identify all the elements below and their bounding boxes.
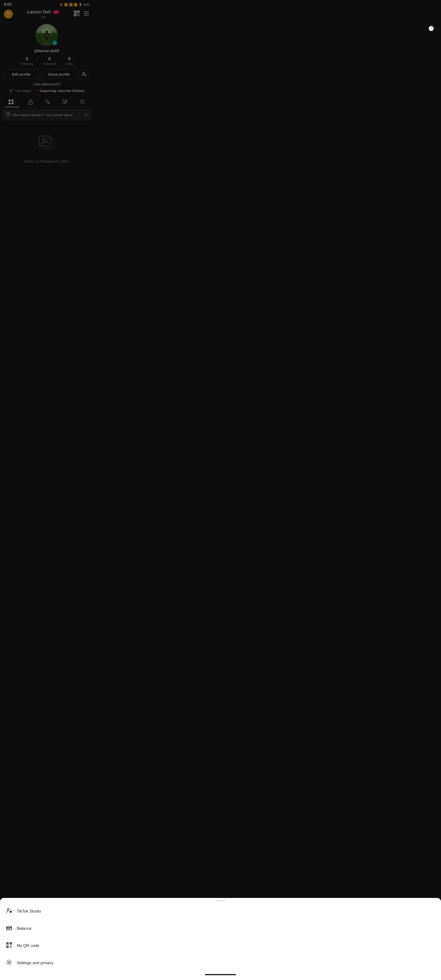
modal-overlay[interactable] [0, 0, 93, 215]
